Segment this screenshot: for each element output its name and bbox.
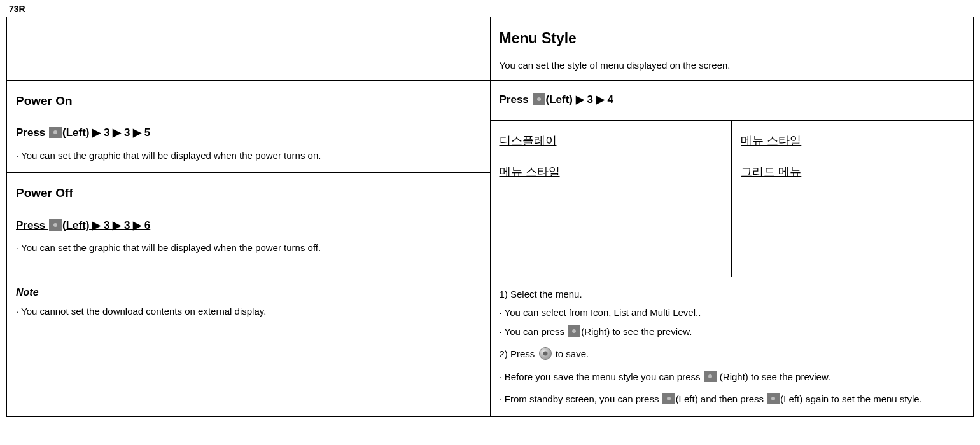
softkey-icon (49, 219, 62, 231)
cell-kor-right: 메뉴 스타일 그리드 메뉴 (732, 121, 974, 277)
note-label: Note (16, 284, 481, 301)
page-label: 73R (9, 4, 974, 14)
step-1b: · You can press (Right) to see the previ… (500, 324, 965, 340)
cell-kor-left: 디스플레이 메뉴 스타일 (490, 121, 732, 277)
softkey-icon (533, 93, 545, 105)
menu-style-press-suffix: (Left) ▶ 3 ▶ 4 (546, 93, 613, 106)
softkey-icon (767, 393, 780, 404)
step-2-post: to save. (553, 348, 589, 359)
step-3-pre: · Before you save the menu style you can… (500, 371, 703, 382)
layout-table: Menu Style You can set the style of menu… (6, 17, 974, 417)
note-body: · You cannot set the download contents o… (16, 303, 481, 320)
power-off-press-line: Press (Left) ▶ 3 ▶ 3 ▶ 6 (16, 217, 481, 235)
power-on-heading: Power On (16, 91, 481, 111)
power-off-body: · You can set the graphic that will be d… (16, 240, 481, 256)
step-1b-post: (Right) to see the preview. (581, 326, 692, 337)
menu-style-press-prefix: Press (500, 93, 532, 106)
okkey-icon (539, 347, 552, 360)
power-on-body: · You can set the graphic that will be d… (16, 147, 481, 164)
cell-note: Note · You cannot set the download conte… (7, 277, 491, 416)
kor-left-line2: 메뉴 스타일 (500, 162, 723, 182)
cell-empty-top-left (7, 17, 491, 81)
power-on-press-prefix: Press (16, 127, 48, 139)
cell-power-on: Power On Press (Left) ▶ 3 ▶ 3 ▶ 5 · You … (7, 80, 491, 173)
menu-style-title: Menu Style (500, 26, 965, 51)
step-2-pre: 2) Press (500, 348, 538, 359)
step-1a: · You can select from Icon, List and Mul… (500, 305, 965, 321)
power-off-heading: Power Off (16, 183, 481, 203)
cell-power-off: Power Off Press (Left) ▶ 3 ▶ 3 ▶ 6 · You… (7, 173, 491, 277)
kor-left-line1: 디스플레이 (500, 131, 723, 151)
step-3-post: (Right) to see the preview. (717, 371, 830, 382)
step-4: · From standby screen, you can press (Le… (500, 391, 965, 407)
softkey-icon (704, 371, 717, 382)
kor-right-line2: 그리드 메뉴 (741, 162, 964, 182)
step-4-pre: · From standby screen, you can press (500, 394, 662, 404)
power-off-press-suffix: (Left) ▶ 3 ▶ 3 ▶ 6 (62, 219, 150, 231)
step-1: 1) Select the menu. (500, 286, 965, 303)
cell-menu-style-press: Press (Left) ▶ 3 ▶ 4 (490, 80, 974, 121)
menu-style-subtitle: You can set the style of menu displayed … (500, 57, 965, 74)
menu-style-press-line: Press (Left) ▶ 3 ▶ 4 (500, 91, 965, 109)
cell-steps: 1) Select the menu. · You can select fro… (490, 277, 974, 416)
power-off-press-prefix: Press (16, 219, 48, 231)
kor-right-line1: 메뉴 스타일 (741, 131, 964, 151)
softkey-icon (49, 127, 62, 138)
softkey-icon (568, 325, 580, 337)
step-4-mid: (Left) and then press (676, 394, 767, 404)
step-3: · Before you save the menu style you can… (500, 369, 965, 385)
power-on-press-suffix: (Left) ▶ 3 ▶ 3 ▶ 5 (62, 127, 150, 139)
power-on-press-line: Press (Left) ▶ 3 ▶ 3 ▶ 5 (16, 124, 481, 142)
step-2: 2) Press to save. (500, 346, 965, 362)
softkey-icon (662, 393, 675, 404)
step-4-post: (Left) again to set the menu style. (780, 394, 922, 404)
step-1b-pre: · You can press (500, 326, 568, 337)
cell-menu-style-header: Menu Style You can set the style of menu… (490, 17, 974, 81)
